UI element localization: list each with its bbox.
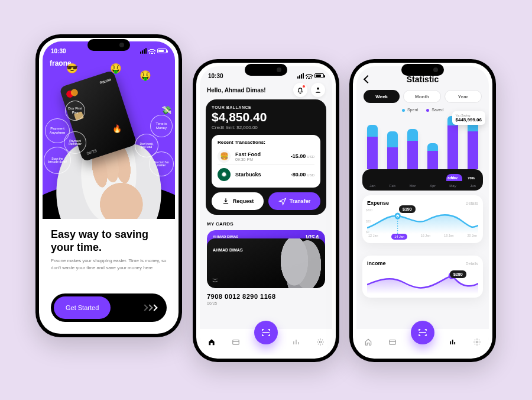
bubble: Time is Money xyxy=(150,115,173,137)
svg-rect-1 xyxy=(233,340,239,345)
next-chevrons[interactable] xyxy=(142,305,157,310)
details-link[interactable]: Details xyxy=(466,262,478,266)
subtitle: Fraone makes your shopping easier. Time … xyxy=(51,257,167,272)
tab-settings[interactable] xyxy=(314,336,326,348)
tab-stats[interactable] xyxy=(290,336,302,348)
transaction-amount: -80.00 xyxy=(291,172,306,178)
details-link[interactable]: Details xyxy=(466,201,478,205)
greeting: Hello, Ahmad Dimas! xyxy=(207,87,266,93)
stats-icon xyxy=(292,338,300,346)
month-label: Apr xyxy=(423,169,443,191)
chart-tooltip: You Saving $445,999.06 xyxy=(452,111,486,125)
bar-pct: 80% xyxy=(447,176,455,180)
svg-point-9 xyxy=(476,341,478,343)
currency: USD xyxy=(307,173,314,177)
svg-rect-7 xyxy=(390,340,396,345)
transaction-row[interactable]: 🍔 Fast Food 09:30 PM -15.00USD xyxy=(218,148,314,164)
cta-bar: Get Started xyxy=(51,293,167,322)
x-axis: 12 Jan 14 Jan 16 Jan 18 Jan 20 Jan xyxy=(367,234,478,240)
scan-icon xyxy=(417,327,428,338)
send-icon xyxy=(278,197,287,205)
currency: USD xyxy=(307,155,314,159)
gear-icon xyxy=(316,338,325,346)
month-label: Jan xyxy=(362,169,382,191)
gear-icon xyxy=(473,338,481,346)
scan-button[interactable] xyxy=(411,321,434,344)
bar-mar[interactable] xyxy=(405,129,420,169)
month-label: Mar xyxy=(403,169,423,191)
profile-button[interactable] xyxy=(311,83,325,97)
cardholder: AHMAD DIMAS xyxy=(213,248,243,252)
transaction-row[interactable]: ✹ Starbucks -80.00USD xyxy=(218,164,314,183)
tab-wallet[interactable] xyxy=(230,336,242,348)
bar-jan[interactable] xyxy=(365,125,380,169)
month-label: Jun xyxy=(463,169,483,191)
expense-line xyxy=(367,208,478,234)
user-icon xyxy=(314,86,322,94)
page-title: Statistic xyxy=(407,75,439,84)
legend-saved: Saved xyxy=(426,108,443,112)
merchant-name: Fast Food xyxy=(235,151,261,157)
balance-card: YOUR BALLANCE $4,850.40 Credit limit: $2… xyxy=(206,99,326,215)
notch xyxy=(401,64,444,76)
bar-apr[interactable] xyxy=(425,143,440,169)
credit-limit: Credit limit: $2,000.00 xyxy=(212,125,320,130)
transfer-button[interactable]: Transfer xyxy=(268,192,320,210)
transaction-amount: -15.00 xyxy=(291,153,306,159)
merchant-name: Starbucks xyxy=(235,172,261,178)
hero: fraone fraone 04/25 😎 🤑 🤑 💸 🔥 Payment An… xyxy=(43,41,175,219)
scan-icon xyxy=(261,327,271,338)
statistics-phone: Statistic Week Month Year Spent Saved Yo… xyxy=(349,59,496,362)
expense-card[interactable]: ExpenseDetails $300$20$0 $190 12 Jan 14 … xyxy=(362,195,483,243)
tab-home[interactable] xyxy=(362,336,374,348)
back-button[interactable] xyxy=(364,75,372,83)
notifications-button[interactable] xyxy=(293,83,307,97)
wallet-icon xyxy=(388,338,397,346)
mastercard-icon xyxy=(66,88,79,99)
tab-wallet[interactable] xyxy=(387,336,398,348)
merchant-icon: 🍔 xyxy=(218,150,231,163)
cta-label: Get Started xyxy=(66,304,99,311)
stats-icon xyxy=(449,338,457,346)
notch xyxy=(87,39,130,51)
notch xyxy=(245,64,287,76)
tab-home[interactable] xyxy=(206,336,218,348)
value-badge: $190 xyxy=(399,205,416,213)
card-expiry: 06/25 xyxy=(207,301,325,305)
clock: 10:30 xyxy=(208,73,223,79)
income-card[interactable]: IncomeDetails $280 xyxy=(362,256,483,298)
segment-month[interactable]: Month xyxy=(403,90,440,103)
income-title: Income xyxy=(367,260,386,266)
segment-year[interactable]: Year xyxy=(445,90,482,103)
notification-dot xyxy=(302,85,306,88)
month-label: Feb xyxy=(382,169,403,191)
expense-title: Expense xyxy=(367,200,389,206)
tab-settings[interactable] xyxy=(471,336,483,348)
bubble: Scan the barcode done! xyxy=(44,147,71,174)
scan-button[interactable] xyxy=(254,321,278,344)
svg-rect-2 xyxy=(233,341,239,342)
request-button[interactable]: Request xyxy=(212,192,264,210)
card-stack[interactable]: AHMAD DIMAS VISA AHMAD DIMAS ⟩⟩ xyxy=(207,230,325,288)
wifi-icon xyxy=(148,49,155,54)
tab-stats[interactable] xyxy=(447,336,459,348)
headline: Easy way to saving your time. xyxy=(51,228,167,254)
bar-feb[interactable] xyxy=(385,131,400,169)
contactless-icon: ⟩⟩ xyxy=(212,278,218,283)
my-cards-section: MY CARDS AHMAD DIMAS VISA AHMAD DIMAS ⟩⟩… xyxy=(207,221,325,305)
card-number: 7908 0012 8290 1168 xyxy=(207,293,325,300)
bubble: No card No matter xyxy=(149,151,174,176)
card-black: AHMAD DIMAS ⟩⟩ xyxy=(207,238,325,288)
card-brand: fraone xyxy=(99,77,112,85)
home-icon xyxy=(364,338,372,346)
balance-amount: $4,850.40 xyxy=(212,110,320,124)
svg-point-3 xyxy=(319,341,322,343)
get-started-button[interactable]: Get Started xyxy=(54,296,111,319)
onboarding-phone: 10:30 .p1 .bat::before,.p1 .bat::after{b… xyxy=(35,34,182,337)
value-badge: $280 xyxy=(450,270,466,278)
segment-week[interactable]: Week xyxy=(364,90,400,103)
transaction-time: 09:30 PM xyxy=(235,157,261,162)
bar-jun[interactable] xyxy=(465,119,481,169)
bar-chart[interactable]: You Saving $445,999.06 May JanFebMarAprM… xyxy=(362,115,483,191)
card-expiry: 04/25 xyxy=(86,149,98,156)
